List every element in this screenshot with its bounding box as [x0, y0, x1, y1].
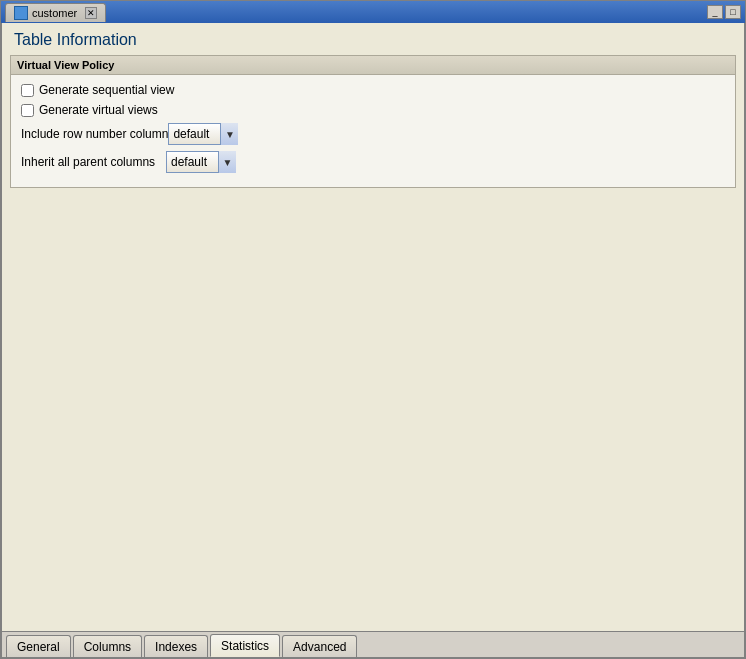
inherit-parent-columns-label: Inherit all parent columns [21, 155, 166, 169]
tab-statistics[interactable]: Statistics [210, 634, 280, 657]
section-header: Virtual View Policy [11, 56, 735, 75]
include-row-number-dropdown-wrapper: default yes no ▼ [168, 123, 238, 145]
include-row-number-select[interactable]: default yes no [168, 123, 238, 145]
virtual-view-policy-section: Virtual View Policy Generate sequential … [10, 55, 736, 188]
include-row-number-label: Include row number column [21, 127, 168, 141]
include-row-number-row: Include row number column default yes no… [21, 123, 725, 145]
main-window: customer ✕ _ □ Table Information Virtual… [0, 0, 746, 659]
restore-button[interactable]: □ [725, 5, 741, 19]
title-bar: customer ✕ _ □ [1, 1, 745, 23]
inherit-parent-columns-row: Inherit all parent columns default yes n… [21, 151, 725, 173]
tab-close-button[interactable]: ✕ [85, 7, 97, 19]
content-area [2, 188, 744, 631]
tab-label: customer [32, 7, 77, 19]
tab-general[interactable]: General [6, 635, 71, 657]
sequential-view-checkbox[interactable] [21, 84, 34, 97]
inherit-parent-columns-select[interactable]: default yes no [166, 151, 236, 173]
sequential-view-label: Generate sequential view [39, 83, 174, 97]
virtual-views-label: Generate virtual views [39, 103, 158, 117]
minimize-button[interactable]: _ [707, 5, 723, 19]
sequential-view-row: Generate sequential view [21, 83, 725, 97]
title-tab[interactable]: customer ✕ [5, 3, 106, 22]
page-title: Table Information [2, 23, 744, 55]
virtual-views-row: Generate virtual views [21, 103, 725, 117]
tab-indexes[interactable]: Indexes [144, 635, 208, 657]
main-content: Table Information Virtual View Policy Ge… [1, 23, 745, 658]
window-controls: _ □ [707, 5, 741, 19]
section-body: Generate sequential view Generate virtua… [11, 75, 735, 187]
table-icon [14, 6, 28, 20]
inherit-parent-columns-dropdown-wrapper: default yes no ▼ [166, 151, 236, 173]
virtual-views-checkbox[interactable] [21, 104, 34, 117]
tab-columns[interactable]: Columns [73, 635, 142, 657]
tab-advanced[interactable]: Advanced [282, 635, 357, 657]
tab-bar: General Columns Indexes Statistics Advan… [2, 631, 744, 657]
